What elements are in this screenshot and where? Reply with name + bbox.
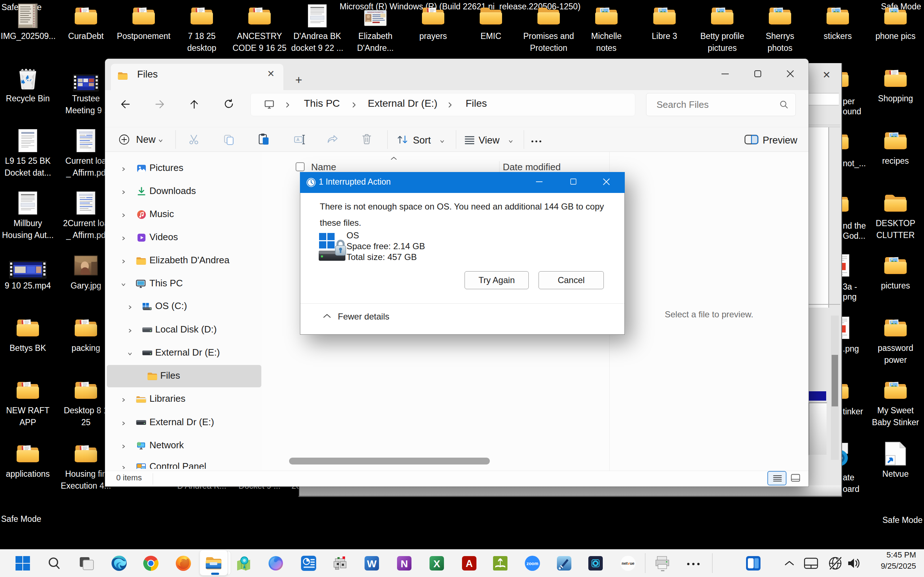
- svg-text:W: W: [367, 558, 377, 569]
- svg-text:MASSACHUSETTS: MASSACHUSETTS: [367, 11, 384, 13]
- svg-text:netvue: netvue: [622, 561, 634, 566]
- svg-text:X: X: [433, 558, 440, 569]
- svg-text:N: N: [401, 558, 408, 569]
- svg-text:zoom: zoom: [527, 561, 538, 566]
- svg-text:A: A: [465, 558, 473, 569]
